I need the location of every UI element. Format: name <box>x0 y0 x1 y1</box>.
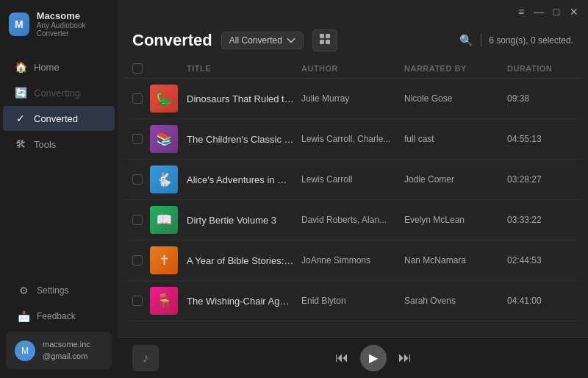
sidebar-item-tools[interactable]: 🛠 Tools <box>3 132 115 157</box>
sidebar: M Macsome Any Audiobook Converter 🏠 Home… <box>0 0 118 378</box>
sidebar-item-feedback[interactable]: 📩 Feedback <box>6 304 112 329</box>
page-header: Converted All Converted 🔍 6 song(s), 0 s… <box>118 24 588 59</box>
track-title: The Wishing-Chair Again: Th... <box>187 296 301 307</box>
row-checkbox-cell <box>132 215 150 225</box>
track-author: David Roberts, Alan... <box>301 215 404 225</box>
track-narrator: Sarah Ovens <box>404 296 507 306</box>
table-row[interactable]: 🦕 Dinosaurs That Ruled the Ea... Julie M… <box>125 79 581 119</box>
tools-icon: 🛠 <box>15 138 26 150</box>
sidebar-nav: 🏠 Home 🔄 Converting ✓ Converted 🛠 Tools <box>0 48 118 271</box>
sidebar-item-settings[interactable]: ⚙ Settings <box>6 278 112 303</box>
header-right: 🔍 6 song(s), 0 selected. <box>459 34 573 47</box>
row-checkbox[interactable] <box>132 174 143 185</box>
track-title: A Year of Bible Stories: A Tre... <box>187 255 301 266</box>
player-controls: ⏮ ▶ ⏭ <box>335 345 412 371</box>
track-author: JoAnne Simmons <box>301 255 404 265</box>
album-art-cell: 🦕 <box>150 85 187 113</box>
album-art-cell: 🪑 <box>150 287 187 315</box>
svg-rect-0 <box>320 34 324 38</box>
track-narrator: Jodie Comer <box>404 174 507 185</box>
song-count: 6 song(s), 0 selected. <box>489 35 573 46</box>
table-container: TITLE Author Narrated by DURATION 🦕 Dino… <box>118 59 588 337</box>
row-checkbox[interactable] <box>132 296 143 306</box>
filter-label: All Converted <box>229 35 282 46</box>
app-logo: M <box>9 13 29 36</box>
converting-icon: 🔄 <box>15 87 26 99</box>
row-checkbox-cell <box>132 93 150 104</box>
album-art-cell: 📖 <box>150 206 187 234</box>
prev-button[interactable]: ⏮ <box>335 350 348 365</box>
track-narrator: full cast <box>404 134 507 144</box>
grid-icon <box>319 33 331 45</box>
track-title: Dirty Bertie Volume 3 <box>187 215 301 226</box>
main-content: ≡ — □ ✕ Converted All Converted 🔍 6 son <box>118 0 588 378</box>
table-header: TITLE Author Narrated by DURATION <box>125 59 581 79</box>
next-button[interactable]: ⏭ <box>398 350 412 365</box>
grid-view-button[interactable] <box>312 29 337 51</box>
row-checkbox[interactable] <box>132 134 143 144</box>
sidebar-item-settings-label: Settings <box>37 285 68 296</box>
page-title: Converted <box>132 31 212 50</box>
track-narrator: Nan McNamara <box>404 255 507 265</box>
music-icon: ♪ <box>132 345 159 371</box>
sidebar-item-converted[interactable]: ✓ Converted <box>3 106 115 131</box>
window-controls: ≡ — □ ✕ <box>516 7 579 17</box>
header-checkbox[interactable] <box>132 63 143 74</box>
row-checkbox[interactable] <box>132 215 143 225</box>
track-duration: 03:28:27 <box>507 174 573 185</box>
sidebar-bottom: ⚙ Settings 📩 Feedback M macsome.inc @gma… <box>0 271 118 378</box>
track-author: Enid Blyton <box>301 296 404 306</box>
table-row[interactable]: 📖 Dirty Bertie Volume 3 David Roberts, A… <box>125 200 581 240</box>
track-duration: 02:44:53 <box>507 255 573 265</box>
sidebar-item-tools-label: Tools <box>34 139 56 150</box>
user-profile[interactable]: M macsome.inc @gmail.com <box>6 332 112 369</box>
sidebar-item-converted-label: Converted <box>34 113 78 124</box>
table-body: 🦕 Dinosaurs That Ruled the Ea... Julie M… <box>125 79 581 321</box>
sidebar-item-home-label: Home <box>34 62 60 73</box>
sidebar-item-feedback-label: Feedback <box>37 311 76 321</box>
minimize-button[interactable]: — <box>534 7 544 17</box>
sidebar-item-home[interactable]: 🏠 Home <box>3 54 115 79</box>
track-title: Dinosaurs That Ruled the Ea... <box>187 93 301 104</box>
track-narrator: Nicole Gose <box>404 93 507 104</box>
track-author: Lewis Carroll <box>301 174 404 185</box>
table-row[interactable]: 📚 The Children's Classic Collect... Lewi… <box>125 119 581 160</box>
album-art: ✝ <box>150 246 178 274</box>
menu-button[interactable]: ≡ <box>516 7 526 17</box>
search-button[interactable]: 🔍 <box>459 34 473 47</box>
play-button[interactable]: ▶ <box>360 345 387 371</box>
row-checkbox-cell <box>132 134 150 144</box>
album-art-cell: 🐇 <box>150 165 187 193</box>
table-row[interactable]: ✝ A Year of Bible Stories: A Tre... JoAn… <box>125 240 581 281</box>
home-icon: 🏠 <box>15 61 26 73</box>
col-author: Author <box>301 64 404 73</box>
filter-dropdown[interactable]: All Converted <box>221 32 304 49</box>
user-avatar: M <box>15 340 35 361</box>
album-art-cell: 📚 <box>150 125 187 153</box>
app-header: M Macsome Any Audiobook Converter <box>0 0 118 48</box>
album-art-cell: ✝ <box>150 246 187 274</box>
maximize-button[interactable]: □ <box>551 7 562 17</box>
settings-icon: ⚙ <box>18 285 29 296</box>
track-duration: 03:33:22 <box>507 215 573 225</box>
table-row[interactable]: 🪑 The Wishing-Chair Again: Th... Enid Bl… <box>125 281 581 321</box>
track-duration: 09:38 <box>507 93 573 104</box>
svg-rect-3 <box>326 40 330 44</box>
album-art: 🐇 <box>150 165 178 193</box>
track-author: Julie Murray <box>301 93 404 104</box>
table-row[interactable]: 🐇 Alice's Adventures in Wonde... Lewis C… <box>125 160 581 200</box>
album-art: 🪑 <box>150 287 178 315</box>
col-narrator: Narrated by <box>404 64 507 73</box>
converted-icon: ✓ <box>15 113 26 124</box>
col-title: TITLE <box>187 64 301 73</box>
svg-rect-1 <box>326 34 330 38</box>
app-name: Macsome <box>37 10 109 21</box>
row-checkbox[interactable] <box>132 93 143 104</box>
app-subtitle: Any Audiobook Converter <box>37 21 109 38</box>
track-author: Lewis Carroll, Charle... <box>301 134 404 144</box>
row-checkbox[interactable] <box>132 255 143 265</box>
row-checkbox-cell <box>132 296 150 306</box>
album-art: 📚 <box>150 125 178 153</box>
divider <box>481 34 481 47</box>
close-button[interactable]: ✕ <box>569 7 579 17</box>
